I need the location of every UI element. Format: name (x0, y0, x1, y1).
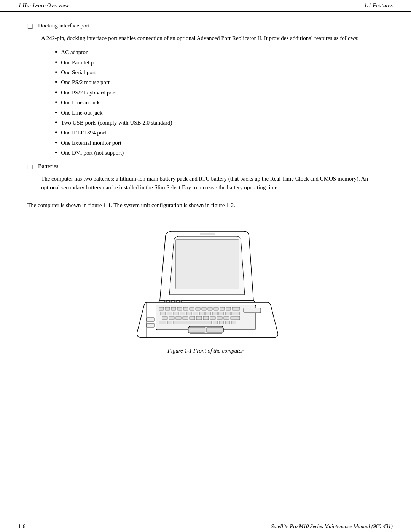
svg-rect-34 (203, 316, 209, 320)
bullet-dot-icon: • (55, 98, 57, 107)
header-subsection-title: 1.1 Features (364, 2, 393, 9)
svg-point-51 (174, 300, 177, 303)
bullet-item-text: One PS/2 keyboard port (61, 88, 116, 97)
bullet-dot-icon: • (55, 118, 57, 127)
bullet-item-text: One Serial port (61, 68, 96, 77)
bullet-item-text: One Parallel port (61, 58, 100, 67)
main-content: ❑ Docking interface port A 242-pin, dock… (0, 22, 411, 385)
svg-rect-30 (176, 316, 181, 320)
bullet-list-item: •One Line-out jack (55, 109, 384, 117)
svg-rect-47 (188, 327, 205, 332)
footer-document-title: Satellite Pro M10 Series Maintenance Man… (271, 524, 393, 530)
bullet-item-text: AC adaptor (61, 48, 88, 57)
svg-rect-28 (162, 316, 167, 320)
bullet-list-item: •One External monitor port (55, 139, 384, 147)
bullet-item-text: One Line-out jack (61, 109, 102, 117)
docking-port-label: Docking interface port (38, 22, 90, 29)
svg-rect-17 (167, 312, 172, 315)
svg-rect-29 (169, 316, 174, 320)
bullet-list-item: •One PS/2 keyboard port (55, 88, 384, 97)
svg-rect-43 (219, 321, 224, 324)
svg-rect-33 (196, 316, 202, 320)
svg-rect-3 (159, 307, 164, 310)
svg-rect-27 (232, 312, 240, 315)
bullet-item-text: One DVI port (not support) (61, 149, 124, 157)
svg-rect-32 (190, 316, 195, 320)
svg-rect-38 (231, 316, 240, 320)
bullet-dot-icon: • (55, 88, 57, 97)
svg-point-49 (164, 300, 167, 303)
svg-rect-44 (225, 321, 230, 324)
svg-rect-8 (190, 307, 194, 310)
svg-rect-20 (186, 312, 191, 315)
svg-rect-41 (174, 321, 212, 324)
bullet-item-text: One IEEE1394 port (61, 128, 106, 137)
docking-port-description: A 242-pin, docking interface port enable… (41, 34, 384, 43)
bullet-list-item: •One Parallel port (55, 58, 384, 67)
bullet-list-item: •One Line-in jack (55, 98, 384, 107)
svg-rect-0 (176, 240, 239, 289)
svg-rect-9 (196, 307, 200, 310)
bullet-dot-icon: • (55, 78, 57, 87)
bullet-dot-icon: • (55, 58, 57, 67)
svg-rect-48 (207, 327, 223, 332)
svg-rect-55 (147, 323, 154, 327)
bullet-dot-icon: • (55, 109, 57, 117)
page-footer: 1-6 Satellite Pro M10 Series Maintenance… (0, 521, 411, 532)
svg-rect-11 (208, 307, 212, 310)
svg-rect-19 (180, 312, 185, 315)
bullet-dot-icon: • (55, 128, 57, 137)
bullet-item-text: One External monitor port (61, 139, 121, 147)
svg-rect-42 (213, 321, 218, 324)
svg-rect-5 (171, 307, 176, 310)
svg-rect-40 (167, 321, 172, 324)
svg-rect-21 (193, 312, 198, 315)
bullet-list-item: •AC adaptor (55, 48, 384, 57)
svg-rect-36 (217, 316, 222, 320)
laptop-illustration (126, 220, 285, 342)
svg-rect-15 (232, 307, 240, 310)
batteries-checkbox-icon: ❑ (27, 163, 33, 171)
svg-rect-4 (165, 307, 170, 310)
svg-rect-39 (159, 321, 166, 324)
docking-port-item: ❑ Docking interface port (27, 22, 384, 30)
figure-intro-text: The computer is shown in figure 1-1. The… (27, 201, 384, 210)
bullet-item-text: Two USB ports (comply with USB 2.0 stand… (61, 118, 172, 127)
svg-rect-45 (231, 321, 236, 324)
features-bullet-list: •AC adaptor•One Parallel port•One Serial… (55, 48, 384, 157)
svg-rect-12 (214, 307, 218, 310)
svg-rect-1 (200, 233, 215, 235)
bullet-list-item: •One DVI port (not support) (55, 149, 384, 157)
bullet-list-item: •One IEEE1394 port (55, 128, 384, 137)
svg-rect-6 (177, 307, 182, 310)
svg-point-50 (169, 300, 172, 303)
page-container: 1 Hardware Overview 1.1 Features ❑ Docki… (0, 0, 411, 532)
svg-rect-37 (224, 316, 229, 320)
svg-rect-24 (212, 312, 217, 315)
bullet-item-text: One PS/2 mouse port (61, 78, 110, 87)
svg-rect-31 (183, 316, 188, 320)
bullet-list-item: •Two USB ports (comply with USB 2.0 stan… (55, 118, 384, 127)
page-header: 1 Hardware Overview 1.1 Features (0, 0, 411, 12)
svg-rect-13 (220, 307, 225, 310)
svg-rect-7 (183, 307, 188, 310)
bullet-dot-icon: • (55, 48, 57, 57)
footer-page-number: 1-6 (18, 524, 25, 530)
svg-rect-54 (147, 318, 154, 321)
bullet-dot-icon: • (55, 149, 57, 157)
figure-caption: Figure 1-1 Front of the computer (167, 348, 243, 354)
svg-rect-16 (161, 312, 166, 315)
svg-rect-23 (206, 312, 211, 315)
bullet-item-text: One Line-in jack (61, 98, 100, 107)
bullet-list-item: •One PS/2 mouse port (55, 78, 384, 87)
batteries-item: ❑ Batteries (27, 163, 384, 171)
svg-rect-22 (199, 312, 204, 315)
svg-rect-35 (210, 316, 215, 320)
figure-container: Figure 1-1 Front of the computer (27, 220, 384, 354)
svg-rect-25 (219, 312, 224, 315)
bullet-dot-icon: • (55, 139, 57, 147)
svg-rect-10 (202, 307, 206, 310)
bullet-list-item: •One Serial port (55, 68, 384, 77)
batteries-description: The computer has two batteries: a lithiu… (41, 174, 384, 192)
svg-rect-53 (244, 308, 261, 313)
